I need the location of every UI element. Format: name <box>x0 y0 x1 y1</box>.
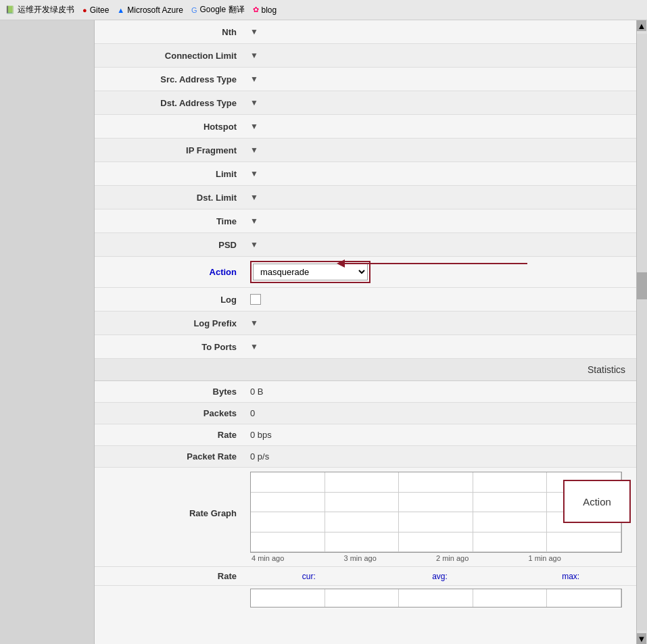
bookmark-azure[interactable]: ▲ Microsoft Azure <box>117 5 183 15</box>
small-graph-cell-4 <box>547 589 621 607</box>
action-section: Action masqueradeacceptdropreturnpassthr… <box>95 257 636 288</box>
graph-cell-2-2 <box>399 512 473 532</box>
action-field-label: Action <box>95 257 243 287</box>
bookmark-gitee[interactable]: ● Gitee <box>82 5 109 15</box>
dropdown-arrow-4[interactable]: ▼ <box>250 122 258 131</box>
small-graph-cell-0 <box>251 589 325 607</box>
dropdown-arrow-7[interactable]: ▼ <box>250 193 258 202</box>
small-graph-row <box>95 586 636 610</box>
bytes-label: Bytes <box>95 382 243 401</box>
packets-row: Packets 0 <box>95 403 636 424</box>
dropdown-arrow-2[interactable]: ▼ <box>250 74 258 84</box>
blog-icon: ✿ <box>253 5 259 14</box>
field-label-0: Nth <box>95 20 243 43</box>
field-value-3: ▼ <box>243 91 636 114</box>
field-label-8: Time <box>95 209 243 232</box>
graph-cell-3-2 <box>399 532 473 553</box>
rate-graph-label: Rate Graph <box>95 468 243 524</box>
browser-bookmarks-bar: 📗 运维开发绿皮书 ● Gitee ▲ Microsoft Azure G Go… <box>0 0 647 20</box>
gitee-icon: ● <box>82 6 87 14</box>
graph-cell-0-3 <box>473 472 548 493</box>
dropdown-arrow-6[interactable]: ▼ <box>250 169 258 178</box>
log-prefix-row: Log Prefix ▼ <box>95 312 636 335</box>
to-ports-dropdown-icon[interactable]: ▼ <box>250 342 258 351</box>
form-row-dst.-address-type: Dst. Address Type ▼ <box>95 91 636 115</box>
content-panel: Nth ▼ Connection Limit ▼ Src. Address Ty… <box>95 20 636 644</box>
rate-row: Rate 0 bps <box>95 424 636 446</box>
graph-cell-1-0 <box>251 493 325 513</box>
statistics-header: Statistics <box>95 359 636 381</box>
graph-cell-1-1 <box>325 493 400 513</box>
graph-cell-1-2 <box>399 493 473 513</box>
scrollbar-handle[interactable] <box>637 272 647 299</box>
packet-rate-row: Packet Rate 0 p/s <box>95 446 636 468</box>
bytes-value: 0 B <box>243 382 636 401</box>
action-field-value: masqueradeacceptdropreturnpassthroughlog… <box>243 257 636 287</box>
bytes-row: Bytes 0 B <box>95 381 636 403</box>
small-graph-spacer <box>95 586 243 610</box>
action-select[interactable]: masqueradeacceptdropreturnpassthroughlog… <box>253 264 368 280</box>
bookmark-devops[interactable]: 📗 运维开发绿皮书 <box>5 4 74 16</box>
field-value-5: ▼ <box>243 139 636 162</box>
scrollbar-track[interactable] <box>637 34 647 630</box>
form-row-psd: PSD ▼ <box>95 233 636 257</box>
log-prefix-dropdown-icon[interactable]: ▼ <box>250 318 258 328</box>
field-value-4: ▼ <box>243 115 636 138</box>
dropdown-arrow-3[interactable]: ▼ <box>250 98 258 107</box>
graph-cell-2-0 <box>251 512 325 532</box>
graph-time-label: 4 min ago <box>251 554 284 562</box>
field-label-2: Src. Address Type <box>95 68 243 91</box>
action-row: Action masqueradeacceptdropreturnpassthr… <box>95 257 636 288</box>
log-row: Log <box>95 288 636 312</box>
small-graph-cell-1 <box>325 589 400 607</box>
dropdown-arrow-5[interactable]: ▼ <box>250 145 258 155</box>
field-label-6: Limit <box>95 162 243 185</box>
packet-rate-label: Packet Rate <box>95 447 243 466</box>
rate-max-header: max: <box>505 569 636 584</box>
bookmark-blog[interactable]: ✿ blog <box>253 5 277 15</box>
scrollbar[interactable]: ▲ ▼ <box>636 20 647 644</box>
graph-cell-3-3 <box>473 532 548 553</box>
dropdown-arrow-1[interactable]: ▼ <box>250 51 258 60</box>
to-ports-value: ▼ <box>243 335 636 358</box>
log-value <box>243 288 636 311</box>
form-row-dst.-limit: Dst. Limit ▼ <box>95 186 636 209</box>
graph-cell-1-3 <box>473 493 548 513</box>
graph-cell-0-1 <box>325 472 400 493</box>
scrollbar-down-button[interactable]: ▼ <box>637 633 646 644</box>
dropdown-arrow-9[interactable]: ▼ <box>250 240 258 249</box>
packets-label: Packets <box>95 404 243 422</box>
small-graph-cell-2 <box>399 589 473 607</box>
main-container: Nth ▼ Connection Limit ▼ Src. Address Ty… <box>0 20 647 644</box>
form-row-connection-limit: Connection Limit ▼ <box>95 44 636 68</box>
field-value-9: ▼ <box>243 233 636 256</box>
rate-value: 0 bps <box>243 426 636 444</box>
rate-cur-header: cur: <box>243 569 375 584</box>
small-graph-cell-3 <box>473 589 548 607</box>
scrollbar-up-button[interactable]: ▲ <box>637 20 646 31</box>
graph-cell-0-2 <box>399 472 473 493</box>
form-row-ip-fragment: IP Fragment ▼ <box>95 139 636 162</box>
small-graph-grid <box>250 589 622 608</box>
graph-cell-3-4 <box>547 532 621 553</box>
field-value-1: ▼ <box>243 44 636 67</box>
log-prefix-value: ▼ <box>243 312 636 335</box>
graph-cell-2-3 <box>473 512 548 532</box>
field-label-1: Connection Limit <box>95 44 243 67</box>
rate-avg-header: avg: <box>375 569 506 584</box>
log-checkbox[interactable] <box>250 294 261 305</box>
form-row-time: Time ▼ <box>95 209 636 233</box>
action-highlight-box: masqueradeacceptdropreturnpassthroughlog… <box>250 261 370 283</box>
graph-time-label: 3 min ago <box>344 554 377 562</box>
sidebar <box>0 20 95 644</box>
rate-graph-row: Rate Graph 4 min ago3 min ago2 min ago1 … <box>95 468 636 567</box>
dropdown-arrow-0[interactable]: ▼ <box>250 27 258 36</box>
action-annotation-box: Action <box>563 480 631 523</box>
dropdown-arrow-8[interactable]: ▼ <box>250 216 258 226</box>
graph-time-label: 1 min ago <box>529 554 561 562</box>
rate-stats-header-row: Rate cur: avg: max: <box>95 567 636 586</box>
bookmark-google[interactable]: G Google 翻译 <box>191 4 245 16</box>
field-label-5: IP Fragment <box>95 139 243 162</box>
field-value-2: ▼ <box>243 68 636 91</box>
form-row-nth: Nth ▼ <box>95 20 636 44</box>
